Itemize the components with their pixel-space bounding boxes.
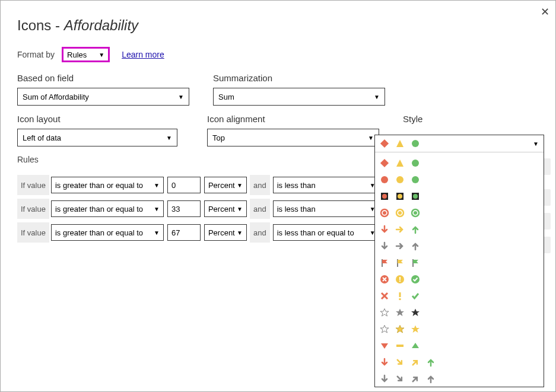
style-option-tri-dash-tri[interactable] xyxy=(380,337,539,354)
arrow-dr-gray-icon xyxy=(395,374,405,384)
svg-point-2 xyxy=(412,140,419,147)
chevron-down-icon: ▼ xyxy=(154,206,160,212)
svg-marker-37 xyxy=(381,343,388,349)
rule-operator-1[interactable]: is greater than or equal to▼ xyxy=(51,224,164,241)
svg-point-14 xyxy=(413,194,418,199)
rule-operator-2[interactable]: is less than▼ xyxy=(273,200,380,217)
rule-operator-1[interactable]: is greater than or equal to▼ xyxy=(51,177,164,193)
chevron-down-icon: ▼ xyxy=(99,52,104,58)
icon-alignment-value: Top xyxy=(212,133,225,142)
circle-yellow-icon xyxy=(395,175,405,184)
style-option-status-xwarncheck[interactable] xyxy=(380,271,539,288)
arrow-up-gray-icon xyxy=(411,241,420,251)
chevron-down-icon: ▼ xyxy=(154,182,160,189)
chevron-down-icon: ▼ xyxy=(237,230,243,236)
row-based-summarization: Based on field Sum of Affordability ▼ Su… xyxy=(17,73,539,106)
icon-layout-label: Icon layout xyxy=(17,114,183,124)
and-label: and xyxy=(250,175,270,195)
svg-point-8 xyxy=(412,176,419,183)
arrow-dr-yellow-icon xyxy=(395,358,405,367)
style-option-stars-gray[interactable] xyxy=(380,304,539,321)
arrow-down-red-icon xyxy=(380,358,389,367)
chevron-down-icon: ▼ xyxy=(237,182,243,189)
rule-value-1[interactable]: 0 xyxy=(167,177,201,193)
rule-operator-1[interactable]: is greater than or equal to▼ xyxy=(51,200,164,217)
svg-rect-29 xyxy=(399,292,401,297)
ring-red-icon xyxy=(380,208,389,218)
if-value-label: If value xyxy=(17,199,49,219)
chevron-down-icon: ▼ xyxy=(154,230,160,236)
and-label: and xyxy=(250,222,270,243)
ring-green-icon xyxy=(411,208,420,218)
summarization-value: Sum xyxy=(218,93,234,101)
svg-rect-3 xyxy=(380,159,389,167)
svg-marker-4 xyxy=(396,160,404,167)
warn-yellow-icon xyxy=(395,275,405,284)
style-option-x-bang-check[interactable] xyxy=(380,288,539,304)
square-yellow-icon xyxy=(395,192,405,201)
icon-layout-value: Left of data xyxy=(23,133,61,142)
rule-unit-1[interactable]: Percent▼ xyxy=(204,177,247,193)
rule-operator-2[interactable]: is less than or equal to▼ xyxy=(273,224,380,241)
summarization-select[interactable]: Sum ▼ xyxy=(213,88,385,106)
icon-alignment-select[interactable]: Top ▼ xyxy=(207,129,379,146)
arrow-down-red-icon xyxy=(380,225,389,234)
triangle-yellow-icon xyxy=(395,139,405,148)
star-gray-icon xyxy=(395,308,405,317)
circle-green-icon xyxy=(411,175,420,184)
style-option-circles-ryg[interactable] xyxy=(380,171,539,188)
arrow-ur-yellow-icon xyxy=(411,358,420,367)
svg-marker-31 xyxy=(380,309,389,317)
style-option-flags-ryg[interactable] xyxy=(380,254,539,271)
diamond-red-icon xyxy=(380,158,389,168)
chevron-down-icon: ▼ xyxy=(178,94,184,100)
rule-unit-1[interactable]: Percent▼ xyxy=(204,224,247,241)
style-option-arrows-4-gray[interactable] xyxy=(380,371,539,387)
svg-marker-35 xyxy=(396,326,404,333)
star-yellow-icon xyxy=(395,324,405,334)
rule-operator-2[interactable]: is less than▼ xyxy=(273,177,380,193)
based-on-field-value: Sum of Affordability xyxy=(23,93,89,101)
diamond-red-icon xyxy=(380,139,389,148)
svg-rect-30 xyxy=(399,298,401,300)
svg-marker-32 xyxy=(396,309,404,317)
style-options-list[interactable] xyxy=(375,152,544,387)
chevron-down-icon: ▼ xyxy=(166,135,172,141)
title-entity: Affordability xyxy=(64,17,138,33)
title-prefix: Icons - xyxy=(17,17,64,33)
style-option-arrows-gray[interactable] xyxy=(380,238,539,254)
rule-value-1[interactable]: 67 xyxy=(167,224,201,241)
style-option-arrows-ryg[interactable] xyxy=(380,221,539,238)
flag-red-icon xyxy=(380,258,389,267)
based-on-field-label: Based on field xyxy=(17,73,189,83)
format-by-row: Format by Rules ▼ Learn more xyxy=(17,47,539,62)
style-select-header[interactable]: ▼ xyxy=(375,135,544,152)
based-on-field-select[interactable]: Sum of Affordability ▼ xyxy=(17,88,189,106)
svg-rect-27 xyxy=(399,281,401,282)
tri-down-red-icon xyxy=(380,341,389,350)
style-option-squares-ryg[interactable] xyxy=(380,188,539,205)
style-option-ring-ryg[interactable] xyxy=(380,205,539,221)
close-icon[interactable]: ✕ xyxy=(541,5,549,18)
arrow-right-yellow-icon xyxy=(395,225,405,234)
style-option-stars-yellow[interactable] xyxy=(380,321,539,337)
arrow-up-gray-icon xyxy=(426,374,436,384)
format-by-value: Rules xyxy=(67,50,87,59)
tri-up-green-icon xyxy=(411,341,420,350)
circle-green-icon xyxy=(411,139,420,148)
style-select-open[interactable]: ▼ xyxy=(374,135,544,387)
bang-yellow-icon xyxy=(395,291,405,301)
icon-layout-select[interactable]: Left of data ▼ xyxy=(17,129,177,146)
svg-marker-1 xyxy=(396,140,404,147)
svg-point-12 xyxy=(398,194,402,199)
svg-marker-33 xyxy=(411,309,420,317)
rule-unit-1[interactable]: Percent▼ xyxy=(204,200,247,217)
style-option-arrows-4-ryg[interactable] xyxy=(380,354,539,371)
arrow-down-gray-icon xyxy=(380,374,389,384)
style-option-diamond-triangle-circle[interactable] xyxy=(380,155,539,171)
learn-more-link[interactable]: Learn more xyxy=(122,50,164,59)
format-by-select[interactable]: Rules ▼ xyxy=(62,47,110,62)
rule-value-1[interactable]: 33 xyxy=(167,200,201,217)
x-circle-red-icon xyxy=(380,275,389,284)
chevron-down-icon: ▼ xyxy=(368,135,374,141)
